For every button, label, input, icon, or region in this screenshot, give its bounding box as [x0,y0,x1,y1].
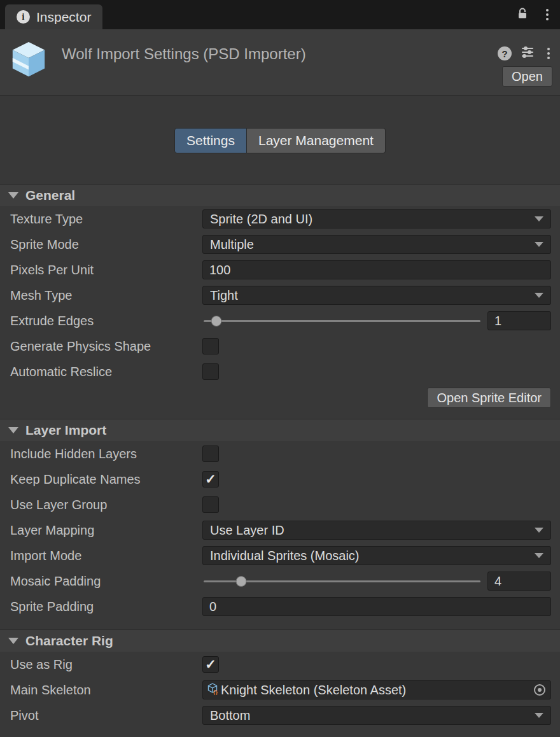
mesh-type-dropdown[interactable]: Tight [202,286,551,305]
extrude-edges-input[interactable] [487,311,551,330]
generate-physics-shape-label: Generate Physics Shape [10,339,202,354]
sprite-mode-label: Sprite Mode [10,237,202,252]
row-use-layer-group: Use Layer Group [0,492,560,517]
row-layer-mapping: Layer Mapping Use Layer ID [0,517,560,543]
use-as-rig-label: Use as Rig [10,657,202,672]
row-use-as-rig: Use as Rig [0,652,560,677]
pixels-per-unit-input[interactable] [202,260,551,279]
include-hidden-layers-checkbox[interactable] [202,446,219,462]
pixels-per-unit-label: Pixels Per Unit [10,263,202,277]
row-mosaic-padding: Mosaic Padding [0,568,560,594]
sprite-padding-input[interactable] [202,597,551,616]
row-pivot: Pivot Bottom [0,703,560,728]
chevron-down-icon [535,242,543,247]
section-header-general[interactable]: General [0,184,560,206]
row-mesh-type: Mesh Type Tight [0,283,560,308]
row-main-skeleton: Main Skeleton {} Knight Skeleton (Skelet… [0,677,560,703]
header-menu-kebab-icon[interactable] [543,45,554,62]
section-title: Character Rig [25,633,113,649]
mesh-type-value: Tight [210,288,529,303]
automatic-reslice-checkbox[interactable] [202,363,219,380]
layer-mapping-value: Use Layer ID [210,523,529,538]
keep-duplicate-names-label: Keep Duplicate Names [10,472,202,487]
open-button[interactable]: Open [502,66,552,87]
main-skeleton-value: Knight Skeleton (Skeleton Asset) [221,683,532,698]
chevron-down-icon [535,216,543,221]
import-mode-value: Individual Sprites (Mosaic) [210,549,529,563]
extrude-edges-slider[interactable] [202,311,482,330]
mosaic-padding-label: Mosaic Padding [10,574,202,589]
main-skeleton-object-field[interactable]: {} Knight Skeleton (Skeleton Asset) [202,680,551,699]
sprite-editor-button-row: Open Sprite Editor [0,384,560,412]
chevron-down-icon [535,713,543,718]
inspector-window: i Inspector Wolf Import Settings (PSD Im… [0,0,560,737]
section-header-character-rig[interactable]: Character Rig [0,629,560,652]
use-layer-group-checkbox[interactable] [202,496,219,513]
foldout-down-icon[interactable] [8,192,18,199]
importer-mode-tabs: Settings Layer Management [0,128,560,153]
asset-header: Wolf Import Settings (PSD Importer) ? Op… [0,29,560,95]
tab-menu-kebab-icon[interactable] [542,6,552,23]
generate-physics-shape-checkbox[interactable] [202,338,219,354]
section-title: Layer Import [25,423,106,438]
skeleton-asset-icon: {} [206,682,219,698]
section-title: General [25,188,75,203]
main-skeleton-label: Main Skeleton [10,683,202,698]
slider-thumb[interactable] [211,316,221,326]
import-mode-dropdown[interactable]: Individual Sprites (Mosaic) [202,546,551,565]
inspector-info-icon: i [17,10,30,24]
row-texture-type: Texture Type Sprite (2D and UI) [0,206,560,232]
include-hidden-layers-label: Include Hidden Layers [10,447,202,461]
foldout-down-icon[interactable] [8,638,18,644]
chevron-down-icon [535,553,543,558]
open-sprite-editor-button[interactable]: Open Sprite Editor [427,388,551,408]
layer-mapping-label: Layer Mapping [10,523,202,538]
texture-type-value: Sprite (2D and UI) [210,212,529,227]
slider-thumb[interactable] [236,576,247,587]
inspector-content: Settings Layer Management General Textur… [0,95,560,737]
chevron-down-icon [535,528,543,533]
row-sprite-mode: Sprite Mode Multiple [0,232,560,257]
row-sprite-padding: Sprite Padding [0,594,560,619]
window-tab-bar: i Inspector [0,0,560,29]
sprite-mode-value: Multiple [210,237,529,252]
psd-importer-icon [9,39,48,79]
use-as-rig-checkbox[interactable] [202,656,219,673]
pivot-label: Pivot [10,708,202,723]
help-icon[interactable]: ? [498,46,512,60]
automatic-reslice-label: Automatic Reslice [10,365,202,379]
texture-type-dropdown[interactable]: Sprite (2D and UI) [202,209,551,228]
chevron-down-icon [535,293,543,298]
pivot-value: Bottom [210,708,529,723]
sprite-padding-label: Sprite Padding [10,600,202,614]
import-mode-label: Import Mode [10,549,202,563]
mosaic-padding-input[interactable] [487,572,551,591]
sprite-mode-dropdown[interactable]: Multiple [202,235,551,254]
layer-mapping-dropdown[interactable]: Use Layer ID [202,521,551,540]
row-include-hidden-layers: Include Hidden Layers [0,441,560,467]
object-picker-icon[interactable] [534,684,545,696]
tab-inspector-label: Inspector [36,10,91,25]
row-import-mode: Import Mode Individual Sprites (Mosaic) [0,543,560,568]
tab-settings[interactable]: Settings [174,128,247,153]
pivot-dropdown[interactable]: Bottom [202,706,551,725]
row-pixels-per-unit: Pixels Per Unit [0,257,560,283]
mosaic-padding-slider[interactable] [202,572,482,591]
tab-layer-management[interactable]: Layer Management [247,128,386,153]
section-header-layer-import[interactable]: Layer Import [0,419,560,441]
row-generate-physics-shape: Generate Physics Shape [0,333,560,359]
keep-duplicate-names-checkbox[interactable] [202,471,219,488]
use-layer-group-label: Use Layer Group [10,498,202,512]
mesh-type-label: Mesh Type [10,288,202,303]
foldout-down-icon[interactable] [8,427,18,433]
row-automatic-reslice: Automatic Reslice [0,359,560,384]
extrude-edges-label: Extrude Edges [10,314,202,328]
texture-type-label: Texture Type [10,212,202,227]
tab-inspector[interactable]: i Inspector [5,4,102,29]
svg-text:{}: {} [213,689,218,696]
lock-icon[interactable] [515,6,529,23]
row-extrude-edges: Extrude Edges [0,308,560,333]
presets-icon[interactable] [521,45,535,62]
row-keep-duplicate-names: Keep Duplicate Names [0,467,560,492]
slider-track [204,320,480,322]
